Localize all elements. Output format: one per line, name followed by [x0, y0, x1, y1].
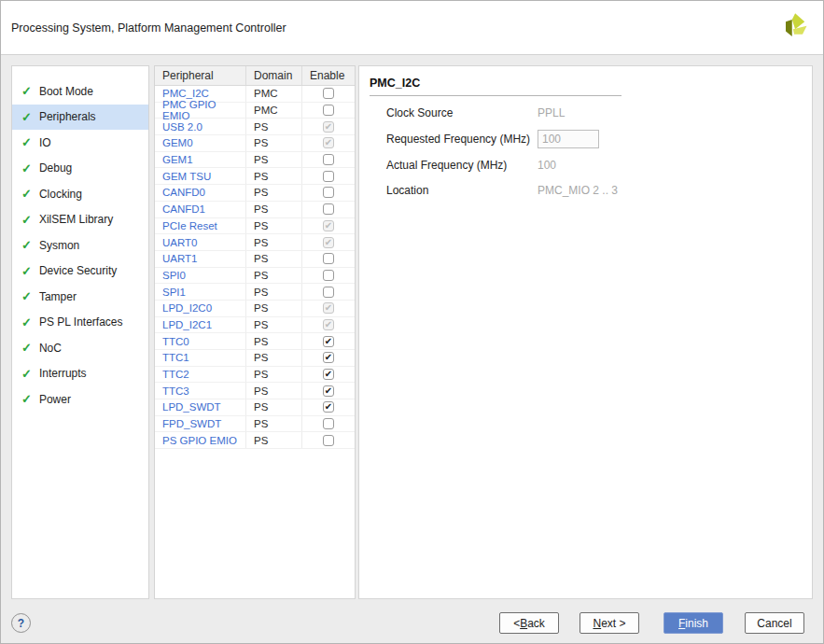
- wizard-footer: ? < Back Next > Finish Cancel: [1, 603, 823, 643]
- peripheral-name-link[interactable]: UART1: [162, 253, 198, 264]
- sidebar-step-item[interactable]: ✓ Device Security: [12, 259, 148, 285]
- page-title: Processing System, Platform Management C…: [11, 21, 286, 35]
- enable-checkbox[interactable]: [323, 369, 334, 380]
- peripheral-table: Peripheral Domain Enable PMC_I2C PMC: [154, 65, 356, 599]
- sidebar-step-item[interactable]: ✓ PS PL Interfaces: [12, 310, 148, 336]
- column-header-domain: Domain: [246, 66, 302, 85]
- step-complete-check-icon: ✓: [21, 239, 32, 251]
- peripheral-name-link[interactable]: TTC1: [162, 352, 189, 363]
- help-button[interactable]: ?: [11, 613, 31, 633]
- peripheral-name-link[interactable]: GEM1: [162, 154, 193, 165]
- peripheral-name-link[interactable]: TTC0: [162, 336, 189, 347]
- table-row: UART0 PS: [155, 234, 355, 251]
- enable-checkbox[interactable]: [323, 105, 334, 116]
- sidebar-step-item[interactable]: ✓ Sysmon: [12, 232, 148, 259]
- peripheral-name-link[interactable]: FPD_SWDT: [162, 418, 221, 429]
- peripheral-domain: PS: [254, 171, 268, 182]
- step-complete-check-icon: ✓: [21, 368, 32, 380]
- peripheral-name-link[interactable]: LPD_I2C1: [162, 319, 212, 330]
- peripheral-name-link[interactable]: SPI1: [162, 287, 186, 298]
- sidebar-step-item[interactable]: ✓ Interrupts: [12, 361, 148, 387]
- peripheral-name-link[interactable]: USB 2.0: [162, 121, 203, 133]
- enable-checkbox[interactable]: [323, 435, 334, 446]
- enable-checkbox[interactable]: [323, 336, 334, 347]
- enable-checkbox[interactable]: [323, 287, 334, 298]
- enable-checkbox[interactable]: [323, 401, 334, 413]
- enable-checkbox[interactable]: [323, 253, 334, 264]
- sidebar-step-label: XilSEM Library: [39, 213, 113, 226]
- peripheral-name-link[interactable]: CANFD1: [162, 203, 205, 215]
- peripheral-domain: PS: [254, 385, 268, 397]
- peripheral-name-link[interactable]: PMC_I2C: [162, 88, 209, 99]
- peripheral-domain: PS: [254, 237, 268, 248]
- step-complete-check-icon: ✓: [21, 85, 32, 97]
- peripheral-name-link[interactable]: TTC2: [162, 369, 189, 380]
- peripheral-domain: PS: [254, 154, 268, 165]
- enable-checkbox[interactable]: [323, 171, 334, 182]
- peripheral-name-link[interactable]: PCIe Reset: [162, 220, 217, 231]
- field-value: PMC_MIO 2 .. 3: [538, 184, 618, 197]
- detail-fields: Clock Source PPLL PPLL Requested Frequen…: [370, 105, 797, 199]
- table-row: LPD_I2C0 PS: [155, 301, 355, 317]
- sidebar-step-label: Clocking: [39, 188, 82, 201]
- sidebar-step-item[interactable]: ✓ Power: [12, 386, 148, 413]
- field-value: PPLL: [538, 106, 565, 119]
- peripheral-name-link[interactable]: LPD_SWDT: [162, 401, 221, 413]
- peripheral-name-link[interactable]: SPI0: [162, 270, 186, 281]
- sidebar-step-item[interactable]: ✓ IO: [12, 130, 148, 156]
- cips-wizard-dialog: Processing System, Platform Management C…: [0, 0, 824, 644]
- enable-checkbox: [323, 137, 334, 148]
- wizard-nav-button[interactable]: Finish: [663, 612, 723, 634]
- step-complete-check-icon: ✓: [21, 111, 32, 123]
- column-header-peripheral: Peripheral: [155, 66, 246, 85]
- field-label: Location: [386, 184, 538, 197]
- peripheral-domain: PS: [254, 121, 268, 133]
- table-row: GEM1 PS: [155, 152, 355, 169]
- table-row: FPD_SWDT PS: [155, 416, 355, 433]
- detail-field-row: Requested Frequency (MHz) 100 100: [386, 130, 797, 148]
- sidebar-step-item[interactable]: ✓ XilSEM Library: [12, 207, 148, 233]
- table-row: USB 2.0 PS: [155, 119, 355, 135]
- wizard-nav-button[interactable]: Next >: [580, 612, 639, 634]
- sidebar-step-label: Device Security: [39, 264, 117, 277]
- enable-checkbox[interactable]: [323, 270, 334, 281]
- peripheral-name-link[interactable]: LPD_I2C0: [162, 302, 212, 314]
- peripheral-domain: PS: [254, 352, 268, 363]
- peripheral-name-link[interactable]: PS GPIO EMIO: [162, 435, 237, 446]
- peripheral-domain: PS: [254, 319, 268, 330]
- sidebar-step-label: Sysmon: [39, 239, 79, 252]
- peripheral-name-link[interactable]: GEM0: [162, 137, 193, 148]
- enable-checkbox: [323, 121, 334, 133]
- peripheral-domain: PS: [254, 253, 268, 264]
- step-complete-check-icon: ✓: [21, 290, 32, 302]
- wizard-nav-button[interactable]: Cancel: [745, 612, 804, 634]
- enable-checkbox[interactable]: [323, 187, 334, 198]
- sidebar-step-item[interactable]: ✓ Tamper: [12, 284, 148, 310]
- enable-checkbox[interactable]: [323, 88, 334, 99]
- peripheral-domain: PS: [254, 187, 268, 198]
- peripheral-name-link[interactable]: CANFD0: [162, 187, 205, 198]
- sidebar-step-label: Tamper: [39, 290, 77, 303]
- field-label: Requested Frequency (MHz): [386, 133, 538, 146]
- sidebar-step-item[interactable]: ✓ Clocking: [12, 181, 148, 207]
- sidebar-step-item[interactable]: ✓ Peripherals: [12, 105, 148, 131]
- detail-field-row: Location PMC_MIO 2 .. 3 PMC_MIO 2 .. 3: [386, 182, 797, 199]
- enable-checkbox[interactable]: [323, 385, 334, 397]
- sidebar-step-label: Power: [39, 393, 71, 406]
- wizard-nav-button[interactable]: < Back: [499, 612, 559, 634]
- peripheral-name-link[interactable]: TTC3: [162, 385, 189, 397]
- peripheral-domain: PS: [254, 287, 268, 298]
- step-complete-check-icon: ✓: [21, 316, 32, 329]
- peripheral-domain: PS: [254, 435, 268, 446]
- sidebar-step-label: NoC: [39, 342, 62, 355]
- sidebar-step-item[interactable]: ✓ Boot Mode: [12, 78, 148, 105]
- enable-checkbox[interactable]: [323, 352, 334, 363]
- enable-checkbox[interactable]: [323, 154, 334, 165]
- sidebar-step-item[interactable]: ✓ Debug: [12, 156, 148, 182]
- enable-checkbox[interactable]: [323, 418, 334, 429]
- peripheral-name-link[interactable]: GEM TSU: [162, 171, 211, 182]
- peripheral-domain: PMC: [254, 105, 278, 116]
- sidebar-step-item[interactable]: ✓ NoC: [12, 335, 148, 361]
- peripheral-name-link[interactable]: UART0: [162, 237, 198, 248]
- enable-checkbox[interactable]: [323, 203, 334, 215]
